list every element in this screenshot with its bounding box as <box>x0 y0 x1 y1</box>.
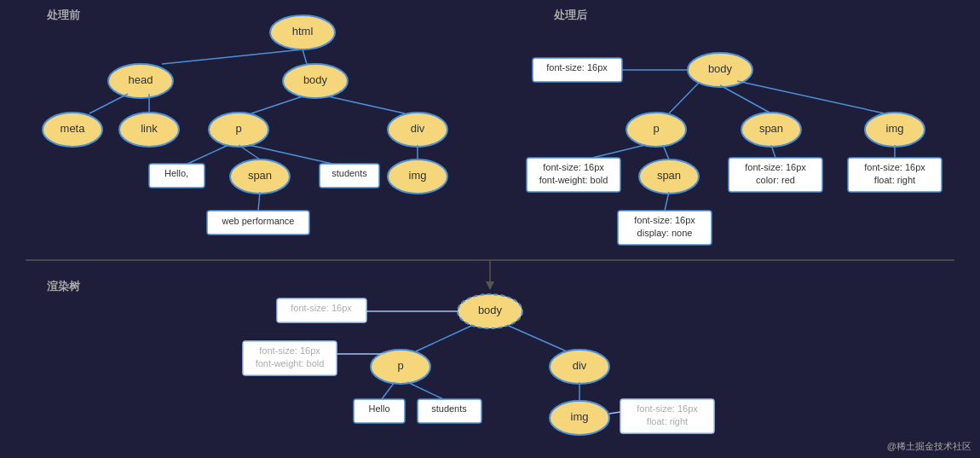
svg-text:p: p <box>653 122 659 135</box>
svg-line-55 <box>663 145 669 159</box>
svg-text:font-weight: bold: font-weight: bold <box>256 358 325 368</box>
svg-text:span: span <box>759 122 783 135</box>
svg-text:font-size: 16px: font-size: 16px <box>543 162 604 172</box>
svg-text:font-size: 16px: font-size: 16px <box>637 403 698 414</box>
svg-line-54 <box>592 145 645 158</box>
label-before: 处理前 <box>46 9 81 21</box>
svg-text:float: right: float: right <box>874 175 915 185</box>
svg-line-26 <box>187 145 228 164</box>
label-render: 渲染树 <box>47 280 81 293</box>
svg-text:head: head <box>129 73 153 86</box>
svg-text:font-size: 16px: font-size: 16px <box>291 303 352 313</box>
svg-text:color: red: color: red <box>756 175 795 185</box>
svg-text:img: img <box>409 169 427 182</box>
svg-text:display: none: display: none <box>637 228 693 238</box>
svg-text:font-size: 16px: font-size: 16px <box>259 345 320 356</box>
svg-text:font-weight: bold: font-weight: bold <box>539 175 608 185</box>
svg-line-18 <box>251 96 303 113</box>
svg-text:Hello,: Hello, <box>164 168 188 178</box>
svg-text:body: body <box>303 73 328 86</box>
svg-text:div: div <box>573 359 587 372</box>
svg-line-90 <box>382 382 395 399</box>
svg-text:students: students <box>431 403 467 414</box>
svg-text:img: img <box>571 410 589 423</box>
svg-line-48 <box>737 81 885 113</box>
svg-marker-70 <box>486 281 494 290</box>
svg-text:p: p <box>235 122 241 135</box>
watermark: @稀土掘金技术社区 <box>887 441 971 451</box>
svg-text:img: img <box>886 122 904 135</box>
svg-text:float: right: float: right <box>647 416 688 426</box>
label-after: 处理后 <box>553 9 588 21</box>
svg-text:font-size: 16px: font-size: 16px <box>864 162 925 172</box>
svg-text:web performance: web performance <box>222 216 295 226</box>
svg-line-91 <box>407 382 443 399</box>
svg-text:p: p <box>397 359 403 372</box>
svg-line-31 <box>258 192 260 211</box>
svg-text:span: span <box>657 169 681 182</box>
svg-text:meta: meta <box>61 122 86 135</box>
svg-text:body: body <box>478 304 503 316</box>
svg-text:span: span <box>248 169 272 182</box>
svg-line-81 <box>509 326 567 351</box>
svg-text:students: students <box>331 168 367 178</box>
svg-text:div: div <box>411 122 425 135</box>
svg-line-7 <box>303 49 307 64</box>
svg-text:font-size: 16px: font-size: 16px <box>546 62 608 72</box>
svg-line-98 <box>609 412 620 414</box>
svg-line-6 <box>162 49 303 64</box>
svg-text:Hello: Hello <box>368 403 389 414</box>
svg-line-19 <box>328 96 405 113</box>
svg-line-80 <box>416 326 471 351</box>
svg-text:html: html <box>292 25 314 38</box>
svg-line-59 <box>665 192 669 211</box>
diagram-container: 处理前 处理后 渲染树 html head body meta link p d… <box>0 0 980 458</box>
svg-line-47 <box>720 85 771 113</box>
svg-text:body: body <box>708 62 733 75</box>
svg-text:font-size: 16px: font-size: 16px <box>634 215 695 225</box>
svg-line-12 <box>89 94 128 113</box>
svg-text:link: link <box>141 122 158 135</box>
svg-text:font-size: 16px: font-size: 16px <box>745 162 806 172</box>
main-diagram: 处理前 处理后 渲染树 html head body meta link p d… <box>0 0 980 458</box>
svg-line-46 <box>669 83 699 113</box>
